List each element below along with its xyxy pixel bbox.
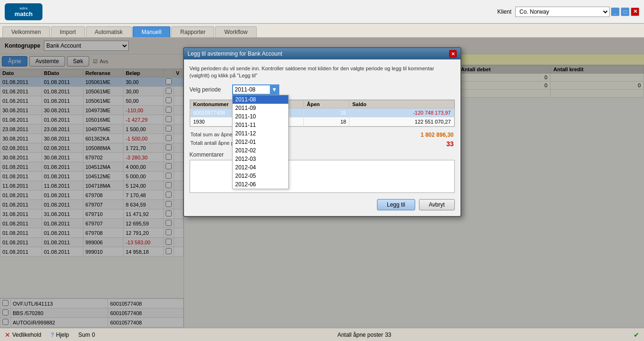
total-count-value: 33	[446, 140, 454, 148]
dropdown-item-2012-07[interactable]: 2012-07	[233, 189, 288, 189]
tab-workflow[interactable]: Workflow	[215, 26, 256, 37]
modal-accounts-table: Kontonummer Åpen Saldo 60010577408 15 -1…	[190, 100, 454, 126]
period-select-wrapper: ▼ 2011-08 2011-09 2011-10 2011-11 2011-1…	[232, 84, 279, 95]
modal-cell-2	[289, 117, 304, 126]
modal-footer: Legg til Avbryt	[190, 199, 455, 210]
minimize-button[interactable]: _	[611, 8, 619, 16]
dropdown-item-2012-05[interactable]: 2012-05	[233, 172, 288, 180]
hjelp-icon: ?	[50, 332, 54, 338]
vedlikehold-item: ✕ Vedlikehold	[5, 331, 41, 339]
period-dropdown-button[interactable]: ▼	[270, 84, 279, 95]
logo-top-text: adra	[20, 6, 28, 10]
dropdown-item-2012-06[interactable]: 2012-06	[233, 180, 288, 189]
avbryt-button[interactable]: Avbryt	[419, 199, 455, 210]
antall-label: Antall åpne poster	[337, 332, 383, 338]
period-row: Velg periode ▼ 2011-08 2011-09 2011-10 2…	[190, 84, 455, 95]
dropdown-item-2011-10[interactable]: 2011-10	[233, 112, 288, 121]
dropdown-item-2012-03[interactable]: 2012-03	[233, 155, 288, 163]
dropdown-item-2012-02[interactable]: 2012-02	[233, 146, 288, 155]
modal-cell-apen: 18	[304, 117, 349, 126]
tab-manuell[interactable]: Manuell	[133, 26, 170, 37]
tab-automatisk[interactable]: Automatisk	[86, 26, 132, 37]
vedlikehold-icon: ✕	[5, 331, 10, 339]
hjelp-label[interactable]: Hjelp	[56, 332, 69, 338]
legg-til-button[interactable]: Legg til	[377, 199, 415, 210]
dropdown-item-2012-01[interactable]: 2012-01	[233, 138, 288, 146]
total-sum-value: 1 802 896,30	[420, 132, 453, 138]
dropdown-item-2011-09[interactable]: 2011-09	[233, 104, 288, 112]
modal-title: Legg til avstemming for Bank Account	[188, 50, 283, 57]
dropdown-item-2012-04[interactable]: 2012-04	[233, 163, 288, 172]
modal-table-row[interactable]: 60010577408 15 -120 748 173,97	[190, 108, 454, 117]
modal-cell-2	[289, 108, 304, 117]
modal-cell-saldo: 122 551 070,27	[349, 117, 454, 126]
nav-tabs: Velkommen Import Automatisk Manuell Rapp…	[0, 24, 644, 38]
kommentarer-section: Kommentarer	[190, 151, 455, 194]
sum-value: 0	[92, 332, 95, 338]
logo-bottom-text: match	[15, 10, 33, 17]
modal-description: Velg perioden du vil sende inn. Kontroll…	[190, 65, 455, 80]
hjelp-item: ? Hjelp	[50, 332, 69, 338]
modal-col-apen: Åpen	[304, 100, 349, 108]
modal-table-body: 60010577408 15 -120 748 173,97 1930 18 1…	[190, 108, 454, 126]
tab-import[interactable]: Import	[51, 26, 85, 37]
modal-dialog: Legg til avstemming for Bank Account ✕ V…	[183, 47, 461, 217]
tab-rapporter[interactable]: Rapporter	[171, 26, 214, 37]
modal-col-saldo: Saldo	[349, 100, 454, 108]
app-logo: adra match	[5, 3, 42, 20]
tab-velkommen[interactable]: Velkommen	[2, 26, 50, 37]
kommentarer-textarea[interactable]	[190, 160, 455, 193]
period-label: Velg periode	[190, 86, 227, 93]
statusbar: ✕ Vedlikehold ? Hjelp Sum 0 Antall åpne …	[0, 328, 644, 341]
content-area: Kontogruppe Bank Account Åpne Avstemte S…	[0, 38, 644, 328]
klient-label: Klient	[497, 8, 511, 15]
kommentarer-label: Kommentarer	[190, 151, 455, 158]
modal-overlay: Legg til avstemming for Bank Account ✕ V…	[0, 38, 644, 328]
dropdown-item-2011-12[interactable]: 2011-12	[233, 129, 288, 138]
dropdown-item-2011-08[interactable]: 2011-08	[233, 95, 288, 104]
sum-item: Sum 0	[78, 332, 95, 338]
total-sum-row: Total sum av åpne poster 1 802 896,30	[190, 132, 455, 138]
modal-table-row[interactable]: 1930 18 122 551 070,27	[190, 117, 454, 126]
modal-body: Velg perioden du vil sende inn. Kontroll…	[184, 59, 460, 216]
topbar: adra match Klient Co. Norway _ □ ✕	[0, 0, 644, 24]
modal-table-wrap: Kontonummer Åpen Saldo 60010577408 15 -1…	[190, 100, 455, 127]
antall-item: Antall åpne poster 33	[337, 332, 391, 338]
status-ok-icon: ✔	[634, 331, 639, 339]
total-count-row: Totalt antall åpne poster 33	[190, 140, 455, 148]
dropdown-item-2011-11[interactable]: 2011-11	[233, 121, 288, 129]
close-button[interactable]: ✕	[631, 8, 639, 16]
antall-value: 33	[385, 332, 391, 338]
maximize-button[interactable]: □	[621, 8, 629, 16]
modal-titlebar: Legg til avstemming for Bank Account ✕	[184, 48, 460, 59]
modal-cell-apen: 15	[304, 108, 349, 117]
modal-col-2	[289, 100, 304, 108]
vedlikehold-label[interactable]: Vedlikehold	[12, 332, 41, 338]
klient-select[interactable]: Co. Norway	[515, 7, 610, 17]
period-dropdown-list: 2011-08 2011-09 2011-10 2011-11 2011-12 …	[232, 95, 289, 189]
modal-cell-saldo: -120 748 173,97	[349, 108, 454, 117]
sum-label: Sum	[78, 332, 90, 338]
green-checkmark: ✔	[634, 331, 639, 339]
modal-close-button[interactable]: ✕	[449, 50, 457, 58]
